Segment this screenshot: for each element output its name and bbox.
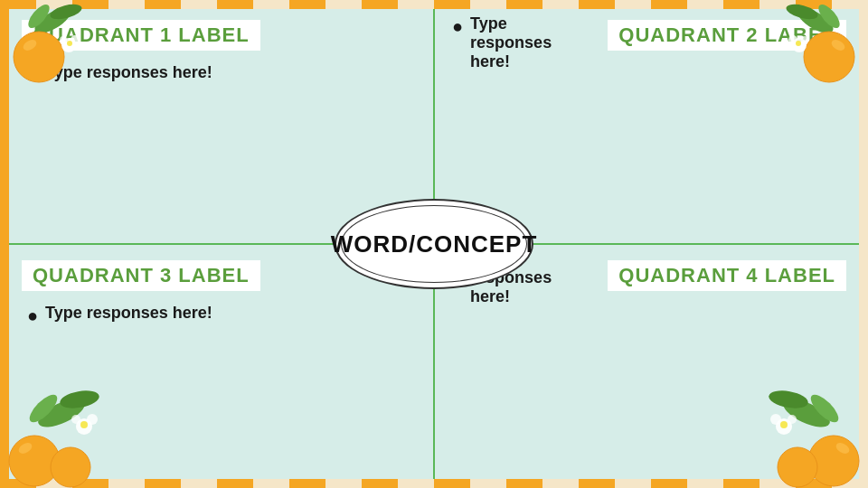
quadrant-2-label: QUADRANT 2 LABEL bbox=[608, 20, 846, 51]
quadrant-3-label: QUADRANT 3 LABEL bbox=[22, 260, 260, 291]
bullet-icon: ● bbox=[27, 63, 38, 87]
main-content-area: QUADRANT 1 LABEL ● Type responses here! … bbox=[9, 9, 859, 479]
bullet-icon: ● bbox=[452, 14, 463, 38]
quadrant-3-response-text: Type responses here! bbox=[45, 304, 212, 323]
center-oval: WORD/CONCEPT bbox=[335, 199, 533, 289]
center-concept-container: WORD/CONCEPT bbox=[335, 199, 533, 289]
quadrant-2-response-text: Type responses here! bbox=[470, 14, 577, 71]
quadrant-1-response[interactable]: ● Type responses here! bbox=[9, 58, 434, 92]
quadrant-3-response[interactable]: ● Type responses here! bbox=[9, 298, 434, 333]
bullet-icon: ● bbox=[27, 304, 38, 327]
center-concept-text[interactable]: WORD/CONCEPT bbox=[331, 230, 538, 258]
quadrant-1-label: QUADRANT 1 LABEL bbox=[22, 20, 260, 51]
quadrant-4-label: QUADRANT 4 LABEL bbox=[608, 260, 846, 291]
quadrant-2-response[interactable]: ● Type responses here! bbox=[434, 9, 595, 77]
quadrant-1-response-text: Type responses here! bbox=[45, 63, 212, 82]
